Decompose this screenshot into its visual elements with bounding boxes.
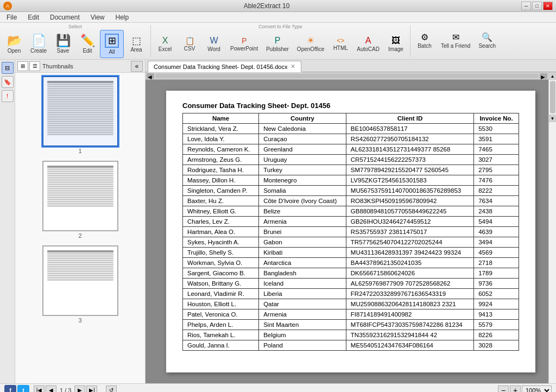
edit-button[interactable]: ✏️ Edit	[75, 30, 99, 58]
excel-button[interactable]: X Excel	[153, 30, 177, 58]
menu-view[interactable]: View	[86, 12, 109, 22]
bookmarks-icon[interactable]: 🔖	[2, 76, 14, 88]
search-icon: 🔍	[482, 33, 492, 42]
table-cell: Iceland	[259, 279, 346, 289]
table-cell: MU25908863206428114180823 2321	[346, 299, 473, 309]
open-button[interactable]: 📂 Open	[2, 30, 26, 58]
word-button[interactable]: W Word	[202, 30, 226, 58]
table-cell: Patel, Veronica O.	[183, 309, 259, 320]
thumbnail-num-1: 1	[78, 148, 81, 154]
table-cell: Sykes, Hyacinth A.	[183, 237, 259, 248]
table-cell: FI8714189491400982	[346, 309, 473, 320]
create-icon: 📄	[31, 35, 46, 47]
table-cell: 7634	[474, 196, 519, 206]
zoom-in-button[interactable]: +	[510, 385, 521, 393]
csv-button[interactable]: 📋 CSV	[178, 30, 201, 58]
twitter-button[interactable]: t	[17, 385, 29, 393]
menu-document[interactable]: Document	[46, 12, 84, 22]
thumbnail-2[interactable]: 2	[41, 160, 119, 240]
annotations-icon[interactable]: !	[2, 90, 14, 102]
table-cell: BE10046537858117	[346, 124, 473, 134]
menu-help[interactable]: Help	[111, 12, 134, 22]
table-cell: 2438	[474, 206, 519, 217]
menu-file[interactable]: File	[2, 12, 21, 22]
table-cell: 6052	[474, 289, 519, 299]
area-button[interactable]: ⬚ Area	[124, 30, 148, 58]
tabbar: Consumer Data Tracking Sheet- Dept. 0145…	[146, 60, 556, 72]
document-view[interactable]: ◄ ► Consumer Data Tracking Sheet- Dept. …	[146, 72, 556, 383]
prev-page-button[interactable]: ◀	[46, 385, 56, 393]
titlebar: A Able2Extract 10 ─ □ ✕	[0, 0, 556, 12]
menu-edit[interactable]: Edit	[23, 12, 43, 22]
table-cell: Liberia	[259, 289, 346, 299]
restore-button[interactable]: □	[532, 2, 542, 10]
html-icon: <>	[337, 37, 344, 44]
thumbnail-1[interactable]: 1	[41, 75, 119, 155]
scroll-right-btn[interactable]: ►	[540, 73, 547, 79]
scroll-thumb[interactable]	[550, 81, 555, 113]
table-cell: Armenia	[259, 309, 346, 320]
next-page-button[interactable]: ▶	[74, 385, 85, 393]
tell-friend-button[interactable]: ✉ Tell a Friend	[437, 27, 474, 55]
table-cell: Houston, Elliott L.	[183, 299, 259, 309]
last-page-button[interactable]: ▶|	[86, 385, 97, 393]
scroll-up-btn[interactable]: ▲	[549, 72, 556, 80]
close-button[interactable]: ✕	[543, 2, 553, 10]
table-cell: 5579	[474, 320, 519, 330]
batch-icon: ⚙	[421, 33, 428, 42]
table-cell: Sargent, Giacomo B.	[183, 268, 259, 279]
zoom-select[interactable]: 50% 75% 100% 125% 150% 200%	[522, 385, 552, 393]
table-cell: Côte D'Ivoire (Ivory Coast)	[259, 196, 346, 206]
table-cell: Massey, Dillon H.	[183, 175, 259, 186]
openoffice-button[interactable]: ☀ OpenOffice	[293, 30, 328, 58]
refresh-button[interactable]: ↺	[106, 385, 117, 393]
thumbnails-icon[interactable]: ⊟	[2, 62, 14, 74]
tell-friend-icon: ✉	[452, 33, 459, 42]
minimize-button[interactable]: ─	[521, 2, 531, 10]
image-button[interactable]: 🖼 Image	[384, 30, 408, 58]
html-button[interactable]: <> HTML	[328, 30, 352, 58]
vertical-scrollbar[interactable]: ▲ ▼	[548, 72, 556, 383]
save-icon: 💾	[56, 35, 71, 47]
create-button[interactable]: 📄 Create	[27, 30, 50, 58]
table-cell: Belgium	[259, 330, 346, 340]
table-cell: Uruguay	[259, 155, 346, 165]
all-button[interactable]: ⊞ All	[100, 30, 124, 58]
tab-document[interactable]: Consumer Data Tracking Sheet- Dept. 0145…	[148, 61, 301, 72]
table-cell: TR577562540704122702025244	[346, 237, 473, 248]
table-cell: 9924	[474, 299, 519, 309]
table-row: Trujillo, Shelly S.KiribatiMU43113642893…	[183, 248, 519, 258]
scroll-left-btn[interactable]: ◄	[147, 73, 154, 79]
table-row: Charles, Lev Z.ArmeniaGB26IHOU3246427445…	[183, 217, 519, 227]
list-view-icon[interactable]: ☰	[29, 61, 40, 71]
document-page: Consumer Data Tracking Sheet- Dept. 0145…	[166, 91, 535, 372]
data-table: Name Country Client ID Invoice No. Stric…	[182, 113, 519, 351]
table-cell: Armstrong, Zeus G.	[183, 155, 259, 165]
table-row: Rodriguez, Tasha H.TurkeySM7797894292155…	[183, 165, 519, 175]
table-cell: Singleton, Camden P.	[183, 186, 259, 196]
tab-close-button[interactable]: ✕	[290, 63, 295, 70]
scroll-down-btn[interactable]: ▼	[549, 115, 556, 122]
first-page-button[interactable]: |◀	[34, 385, 45, 393]
thumbnail-3[interactable]: 3	[41, 244, 119, 325]
panel-toggle-button[interactable]: «	[131, 61, 143, 72]
table-cell: Turkey	[259, 165, 346, 175]
autocad-icon: A	[365, 36, 371, 45]
zoom-out-button[interactable]: −	[498, 385, 509, 393]
batch-button[interactable]: ⚙ Batch	[413, 27, 437, 55]
excel-icon: X	[162, 36, 168, 45]
powerpoint-button[interactable]: P PowerPoint	[226, 30, 262, 58]
table-cell: Qatar	[259, 299, 346, 309]
grid-view-icon[interactable]: ⊞	[17, 61, 28, 71]
table-cell: FR2472203328997671636543319	[346, 289, 473, 299]
horizontal-scrollbar[interactable]: ◄ ►	[146, 72, 548, 80]
table-cell: Rodriguez, Tasha H.	[183, 165, 259, 175]
facebook-button[interactable]: f	[4, 385, 16, 393]
autocad-button[interactable]: A AutoCAD	[353, 30, 383, 58]
save-button[interactable]: 💾 Save	[51, 30, 75, 58]
table-cell: Charles, Lev Z.	[183, 217, 259, 227]
table-cell: 2718	[474, 258, 519, 268]
publisher-button[interactable]: P Publisher	[262, 30, 293, 58]
search-button[interactable]: 🔍 Search	[475, 27, 500, 55]
edit-icon: ✏️	[80, 35, 95, 47]
